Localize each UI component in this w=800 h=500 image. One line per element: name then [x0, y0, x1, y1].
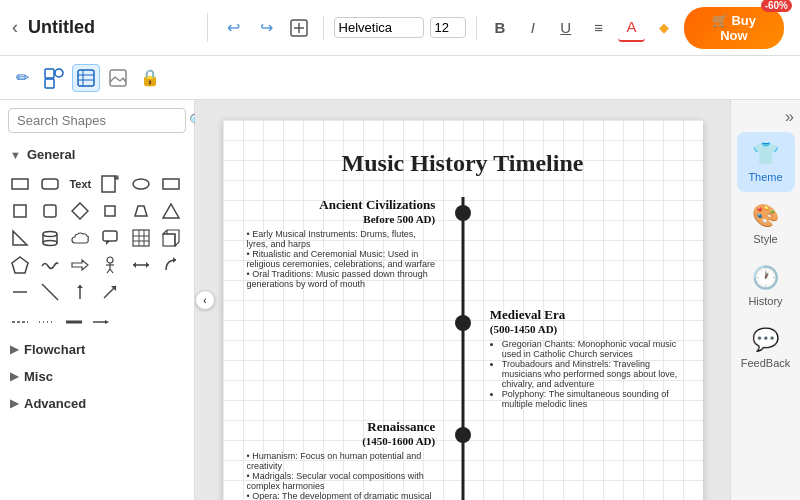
person-shape[interactable]: [98, 253, 122, 277]
advanced-section-header[interactable]: ▶ Advanced: [0, 390, 194, 417]
svg-rect-3: [45, 69, 54, 78]
undo-icon[interactable]: ↩: [220, 14, 247, 42]
general-section-header[interactable]: ▼ General: [0, 141, 194, 168]
timeline-item-medieval: Medieval Era (500-1450 AD) Gregorian Cha…: [247, 307, 679, 409]
rect2-shape[interactable]: [159, 172, 183, 196]
rect-shape[interactable]: [8, 172, 32, 196]
diamond-shape[interactable]: [68, 199, 92, 223]
grid-shape[interactable]: [129, 226, 153, 250]
medieval-title: Medieval Era: [490, 307, 679, 323]
cylinder-shape[interactable]: [38, 226, 62, 250]
square-shape[interactable]: [8, 199, 32, 223]
right-panel: » 👕 Theme 🎨 Style 🕐 History 💬 FeedBack: [730, 100, 800, 500]
diagonal-shape[interactable]: [38, 280, 62, 304]
medieval-bullet-0: Gregorian Chants: Monophonic vocal music…: [502, 339, 679, 359]
theme-icon: 👕: [752, 141, 779, 167]
font-name-input[interactable]: [334, 17, 424, 38]
renaissance-content: Renaissance (1450-1600 AD) Humanism: Foc…: [247, 419, 446, 500]
svg-line-49: [110, 269, 113, 273]
triangle-shape[interactable]: [159, 199, 183, 223]
curved-arrow-shape[interactable]: [159, 253, 183, 277]
arrow-diag-shape[interactable]: [98, 280, 122, 304]
image-icon[interactable]: [104, 64, 132, 92]
svg-rect-6: [78, 70, 94, 86]
svg-rect-40: [163, 234, 175, 246]
panel-item-feedback[interactable]: 💬 FeedBack: [737, 318, 795, 378]
shape-group-icon[interactable]: [40, 64, 68, 92]
table-icon[interactable]: [72, 64, 100, 92]
ancient-subtitle: Before 500 AD): [247, 213, 436, 225]
dotted-line-shape[interactable]: [35, 310, 59, 334]
misc-section-header[interactable]: ▶ Misc: [0, 363, 194, 390]
shapes-panel: 🔍 ▼ General Text: [0, 100, 195, 500]
right-triangle-shape[interactable]: [8, 226, 32, 250]
svg-point-32: [43, 241, 57, 246]
expand-panel-button[interactable]: »: [785, 108, 794, 126]
bold-button[interactable]: B: [487, 14, 514, 42]
feedback-icon: 💬: [752, 327, 779, 353]
square2-shape[interactable]: [38, 199, 62, 223]
ancient-bullets: Early Musical Instruments: Drums, flutes…: [247, 229, 436, 289]
double-arrow-shape[interactable]: [129, 253, 153, 277]
svg-point-5: [55, 69, 63, 77]
text-shape[interactable]: Text: [68, 172, 92, 196]
box3d-shape[interactable]: [159, 226, 183, 250]
flowchart-section-header[interactable]: ▶ Flowchart: [0, 336, 194, 363]
medieval-dot: [455, 315, 471, 331]
thick-line-shape[interactable]: [62, 310, 86, 334]
svg-marker-44: [72, 260, 88, 270]
wave-shape[interactable]: [38, 253, 62, 277]
arrow-right-shape[interactable]: [68, 253, 92, 277]
panel-item-history[interactable]: 🕐 History: [737, 256, 795, 316]
canvas-area[interactable]: ‹ Music History Timeline Ancient Civiliz…: [195, 100, 730, 500]
line-shape[interactable]: [8, 280, 32, 304]
cloud-shape[interactable]: [68, 226, 92, 250]
ellipse-shape[interactable]: [129, 172, 153, 196]
search-box[interactable]: 🔍: [8, 108, 186, 133]
align-button[interactable]: ≡: [585, 14, 612, 42]
speech-bubble-shape[interactable]: [98, 226, 122, 250]
feedback-label: FeedBack: [741, 357, 791, 369]
lock-icon[interactable]: 🔒: [136, 64, 164, 92]
ancient-dot: [455, 205, 471, 221]
misc-arrow: ▶: [10, 370, 18, 383]
medieval-bullet-2: Polyphony: The simultaneous sounding of …: [502, 389, 679, 409]
note-shape[interactable]: [98, 172, 122, 196]
font-size-input[interactable]: [430, 17, 466, 38]
panel-item-style[interactable]: 🎨 Style: [737, 194, 795, 254]
toolbar-middle: ↩ ↪ B I U ≡ A ◆ 🛒 Buy Now -60%: [212, 7, 792, 49]
parallelogram-shape[interactable]: [98, 199, 122, 223]
insert-icon[interactable]: [286, 14, 313, 42]
pentagon-shape[interactable]: [8, 253, 32, 277]
search-input[interactable]: [17, 113, 185, 128]
pencil-icon[interactable]: ✏: [8, 64, 36, 92]
advanced-label: Advanced: [24, 396, 86, 411]
panel-item-theme[interactable]: 👕 Theme: [737, 132, 795, 192]
redo-icon[interactable]: ↪: [253, 14, 280, 42]
highlight-button[interactable]: ◆: [651, 14, 678, 42]
canvas-scroll[interactable]: Music History Timeline Ancient Civilizat…: [195, 100, 730, 500]
dashed-line-shape[interactable]: [8, 310, 32, 334]
canvas-page: Music History Timeline Ancient Civilizat…: [223, 120, 703, 500]
svg-rect-16: [42, 179, 58, 189]
italic-button[interactable]: I: [519, 14, 546, 42]
renaissance-bullet-0: Humanism: Focus on human potential and c…: [247, 451, 436, 471]
arrow-line-shape[interactable]: [89, 310, 113, 334]
timeline-item-ancient: Ancient Civilizations Before 500 AD) Ear…: [247, 197, 679, 297]
text-color-button[interactable]: A: [618, 14, 645, 42]
collapse-panel-button[interactable]: ‹: [195, 290, 215, 310]
arrow-up-shape[interactable]: [68, 280, 92, 304]
svg-marker-24: [72, 203, 88, 219]
rounded-rect-shape[interactable]: [38, 172, 62, 196]
history-label: History: [748, 295, 782, 307]
svg-rect-33: [103, 231, 117, 241]
flowchart-label: Flowchart: [24, 342, 85, 357]
line-styles-row: [0, 308, 194, 336]
trapezoid-shape[interactable]: [129, 199, 153, 223]
svg-rect-21: [163, 179, 179, 189]
underline-button[interactable]: U: [552, 14, 579, 42]
back-button[interactable]: ‹: [8, 13, 22, 42]
buy-now-button[interactable]: 🛒 Buy Now -60%: [684, 7, 784, 49]
svg-rect-4: [45, 79, 54, 88]
svg-marker-43: [12, 257, 28, 273]
